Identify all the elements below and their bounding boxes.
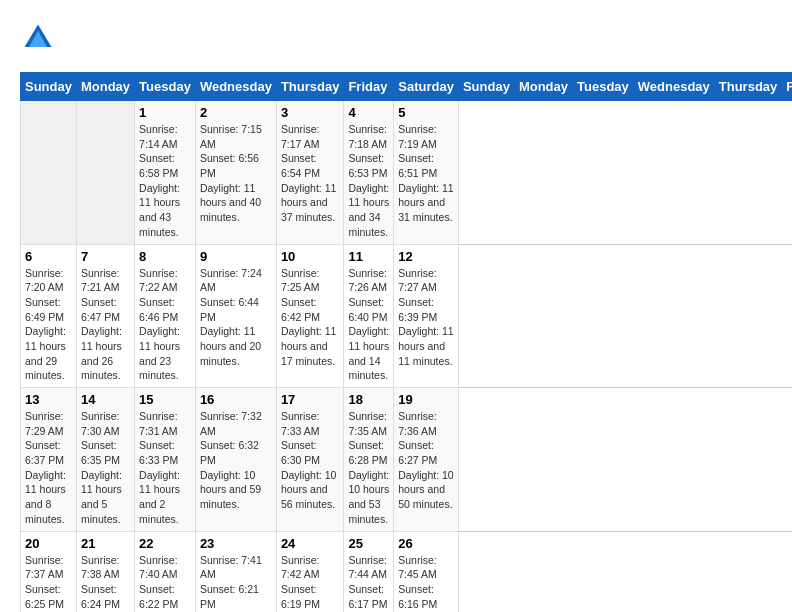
calendar-cell: 14Sunrise: 7:30 AMSunset: 6:35 PMDayligh…: [76, 388, 134, 532]
day-number: 21: [81, 536, 130, 551]
header-day-wednesday: Wednesday: [195, 73, 276, 101]
calendar-cell: 6Sunrise: 7:20 AMSunset: 6:49 PMDaylight…: [21, 244, 77, 388]
day-info: Sunrise: 7:45 AMSunset: 6:16 PMDaylight:…: [398, 553, 454, 613]
day-number: 20: [25, 536, 72, 551]
day-info: Sunrise: 7:26 AMSunset: 6:40 PMDaylight:…: [348, 266, 389, 384]
day-info: Sunrise: 7:17 AMSunset: 6:54 PMDaylight:…: [281, 122, 340, 225]
calendar-week-row: 1Sunrise: 7:14 AMSunset: 6:58 PMDaylight…: [21, 101, 793, 245]
header-day: Friday: [782, 73, 792, 101]
day-info: Sunrise: 7:33 AMSunset: 6:30 PMDaylight:…: [281, 409, 340, 512]
day-number: 6: [25, 249, 72, 264]
calendar-cell: 13Sunrise: 7:29 AMSunset: 6:37 PMDayligh…: [21, 388, 77, 532]
day-info: Sunrise: 7:27 AMSunset: 6:39 PMDaylight:…: [398, 266, 454, 369]
calendar-cell: 18Sunrise: 7:35 AMSunset: 6:28 PMDayligh…: [344, 388, 394, 532]
day-number: 9: [200, 249, 272, 264]
calendar-header-row: SundayMondayTuesdayWednesdayThursdayFrid…: [21, 73, 793, 101]
day-info: Sunrise: 7:37 AMSunset: 6:25 PMDaylight:…: [25, 553, 72, 613]
calendar-cell: 7Sunrise: 7:21 AMSunset: 6:47 PMDaylight…: [76, 244, 134, 388]
header-day: Wednesday: [633, 73, 714, 101]
calendar-cell: 2Sunrise: 7:15 AMSunset: 6:56 PMDaylight…: [195, 101, 276, 245]
day-info: Sunrise: 7:41 AMSunset: 6:21 PMDaylight:…: [200, 553, 272, 613]
day-info: Sunrise: 7:14 AMSunset: 6:58 PMDaylight:…: [139, 122, 191, 240]
calendar-cell: 19Sunrise: 7:36 AMSunset: 6:27 PMDayligh…: [394, 388, 459, 532]
header-day-monday: Monday: [76, 73, 134, 101]
calendar-cell: 23Sunrise: 7:41 AMSunset: 6:21 PMDayligh…: [195, 531, 276, 612]
logo: [20, 20, 60, 56]
header-day-friday: Friday: [344, 73, 394, 101]
day-number: 4: [348, 105, 389, 120]
header-day: Tuesday: [573, 73, 634, 101]
day-number: 2: [200, 105, 272, 120]
day-info: Sunrise: 7:19 AMSunset: 6:51 PMDaylight:…: [398, 122, 454, 225]
day-number: 18: [348, 392, 389, 407]
day-number: 3: [281, 105, 340, 120]
day-number: 26: [398, 536, 454, 551]
day-number: 5: [398, 105, 454, 120]
day-info: Sunrise: 7:32 AMSunset: 6:32 PMDaylight:…: [200, 409, 272, 512]
calendar-cell: 3Sunrise: 7:17 AMSunset: 6:54 PMDaylight…: [276, 101, 344, 245]
day-number: 22: [139, 536, 191, 551]
header-day: Thursday: [714, 73, 782, 101]
day-info: Sunrise: 7:36 AMSunset: 6:27 PMDaylight:…: [398, 409, 454, 512]
calendar-cell: 25Sunrise: 7:44 AMSunset: 6:17 PMDayligh…: [344, 531, 394, 612]
day-info: Sunrise: 7:40 AMSunset: 6:22 PMDaylight:…: [139, 553, 191, 613]
calendar-cell: [21, 101, 77, 245]
day-info: Sunrise: 7:18 AMSunset: 6:53 PMDaylight:…: [348, 122, 389, 240]
header-day: Monday: [514, 73, 572, 101]
header-day-tuesday: Tuesday: [135, 73, 196, 101]
calendar-week-row: 20Sunrise: 7:37 AMSunset: 6:25 PMDayligh…: [21, 531, 793, 612]
calendar-cell: 17Sunrise: 7:33 AMSunset: 6:30 PMDayligh…: [276, 388, 344, 532]
calendar-cell: 8Sunrise: 7:22 AMSunset: 6:46 PMDaylight…: [135, 244, 196, 388]
day-number: 19: [398, 392, 454, 407]
day-info: Sunrise: 7:21 AMSunset: 6:47 PMDaylight:…: [81, 266, 130, 384]
day-number: 25: [348, 536, 389, 551]
calendar-cell: 10Sunrise: 7:25 AMSunset: 6:42 PMDayligh…: [276, 244, 344, 388]
day-info: Sunrise: 7:44 AMSunset: 6:17 PMDaylight:…: [348, 553, 389, 613]
calendar-cell: 5Sunrise: 7:19 AMSunset: 6:51 PMDaylight…: [394, 101, 459, 245]
calendar-cell: 16Sunrise: 7:32 AMSunset: 6:32 PMDayligh…: [195, 388, 276, 532]
day-info: Sunrise: 7:30 AMSunset: 6:35 PMDaylight:…: [81, 409, 130, 527]
header-day: Sunday: [458, 73, 514, 101]
calendar-cell: 4Sunrise: 7:18 AMSunset: 6:53 PMDaylight…: [344, 101, 394, 245]
calendar-cell: 21Sunrise: 7:38 AMSunset: 6:24 PMDayligh…: [76, 531, 134, 612]
day-number: 8: [139, 249, 191, 264]
calendar-cell: 15Sunrise: 7:31 AMSunset: 6:33 PMDayligh…: [135, 388, 196, 532]
day-info: Sunrise: 7:20 AMSunset: 6:49 PMDaylight:…: [25, 266, 72, 384]
calendar-cell: [76, 101, 134, 245]
calendar-week-row: 13Sunrise: 7:29 AMSunset: 6:37 PMDayligh…: [21, 388, 793, 532]
day-info: Sunrise: 7:24 AMSunset: 6:44 PMDaylight:…: [200, 266, 272, 369]
day-number: 23: [200, 536, 272, 551]
day-number: 13: [25, 392, 72, 407]
day-info: Sunrise: 7:31 AMSunset: 6:33 PMDaylight:…: [139, 409, 191, 527]
calendar-cell: 20Sunrise: 7:37 AMSunset: 6:25 PMDayligh…: [21, 531, 77, 612]
calendar-cell: 22Sunrise: 7:40 AMSunset: 6:22 PMDayligh…: [135, 531, 196, 612]
day-number: 10: [281, 249, 340, 264]
calendar-cell: 1Sunrise: 7:14 AMSunset: 6:58 PMDaylight…: [135, 101, 196, 245]
header-day-saturday: Saturday: [394, 73, 459, 101]
calendar-cell: 11Sunrise: 7:26 AMSunset: 6:40 PMDayligh…: [344, 244, 394, 388]
header-day-thursday: Thursday: [276, 73, 344, 101]
calendar-table: SundayMondayTuesdayWednesdayThursdayFrid…: [20, 72, 792, 612]
day-info: Sunrise: 7:42 AMSunset: 6:19 PMDaylight:…: [281, 553, 340, 613]
calendar-cell: 26Sunrise: 7:45 AMSunset: 6:16 PMDayligh…: [394, 531, 459, 612]
day-info: Sunrise: 7:15 AMSunset: 6:56 PMDaylight:…: [200, 122, 272, 225]
day-info: Sunrise: 7:25 AMSunset: 6:42 PMDaylight:…: [281, 266, 340, 369]
calendar-cell: 12Sunrise: 7:27 AMSunset: 6:39 PMDayligh…: [394, 244, 459, 388]
page-header: [20, 20, 772, 56]
calendar-week-row: 6Sunrise: 7:20 AMSunset: 6:49 PMDaylight…: [21, 244, 793, 388]
day-number: 24: [281, 536, 340, 551]
logo-icon: [20, 20, 56, 56]
day-number: 17: [281, 392, 340, 407]
day-info: Sunrise: 7:38 AMSunset: 6:24 PMDaylight:…: [81, 553, 130, 613]
calendar-cell: 9Sunrise: 7:24 AMSunset: 6:44 PMDaylight…: [195, 244, 276, 388]
day-number: 14: [81, 392, 130, 407]
day-number: 15: [139, 392, 191, 407]
day-info: Sunrise: 7:22 AMSunset: 6:46 PMDaylight:…: [139, 266, 191, 384]
day-number: 12: [398, 249, 454, 264]
day-info: Sunrise: 7:29 AMSunset: 6:37 PMDaylight:…: [25, 409, 72, 527]
day-info: Sunrise: 7:35 AMSunset: 6:28 PMDaylight:…: [348, 409, 389, 527]
day-number: 11: [348, 249, 389, 264]
day-number: 7: [81, 249, 130, 264]
calendar-cell: 24Sunrise: 7:42 AMSunset: 6:19 PMDayligh…: [276, 531, 344, 612]
day-number: 16: [200, 392, 272, 407]
